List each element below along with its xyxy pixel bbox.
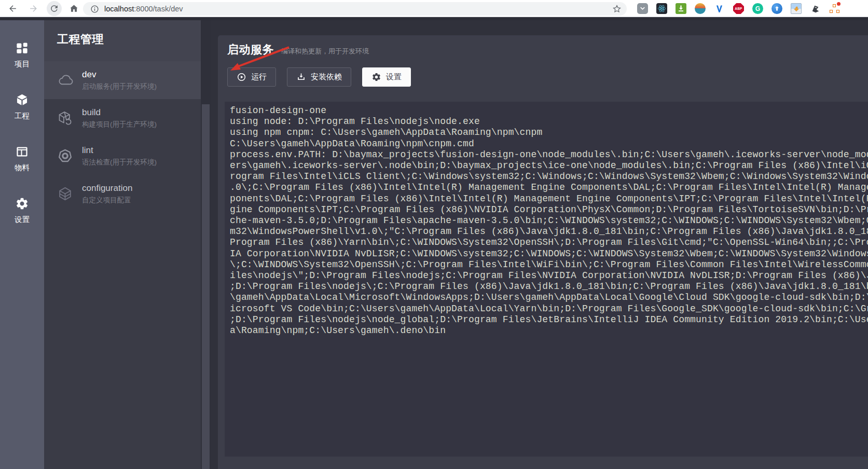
terminal-line: \;C:\WINDOWS\System32\OpenSSH\;C:\Progra… bbox=[230, 259, 868, 270]
terminal-line: che-maven-3.5.0;D:\Program Files\apache-… bbox=[230, 215, 868, 226]
scrollbar-thumb[interactable] bbox=[202, 104, 210, 469]
sidebar-title: 工程管理 bbox=[57, 32, 104, 47]
page-title: 启动服务 bbox=[227, 42, 274, 58]
sidebar-item-build[interactable]: build 构建项目(用于生产环境) bbox=[44, 99, 201, 137]
web-clipper-extension-icon[interactable] bbox=[810, 3, 821, 14]
page-info-icon[interactable] bbox=[90, 5, 99, 13]
install-deps-button[interactable]: 安装依赖 bbox=[287, 67, 351, 87]
grammarly-label: G bbox=[755, 5, 760, 12]
task-panel: 启动服务 编译和热更新，用于开发环境 运行 安装依赖 设置 bbox=[218, 35, 868, 469]
abp-label: ABP bbox=[735, 7, 742, 10]
grid-icon bbox=[15, 41, 29, 55]
build-sync-icon bbox=[56, 109, 74, 127]
page-top-divider bbox=[0, 17, 868, 20]
pocket-extension-icon[interactable] bbox=[637, 3, 648, 14]
gear-icon bbox=[371, 72, 381, 82]
video-downloader-extension-icon[interactable] bbox=[676, 3, 686, 14]
terminal-line: ;D:\Program Files\nodejs\;C:\Program Fil… bbox=[230, 281, 868, 292]
main-area: 启动服务 编译和热更新，用于开发环境 运行 安装依赖 设置 bbox=[211, 17, 868, 469]
page-subtitle: 编译和热更新，用于开发环境 bbox=[281, 47, 369, 56]
react-devtools-extension-icon[interactable] bbox=[656, 3, 667, 14]
layout-icon bbox=[15, 145, 29, 159]
button-label: 设置 bbox=[386, 72, 402, 82]
refresh-button[interactable] bbox=[47, 1, 62, 16]
terminal-line: ers\gameh\.iceworks-server\.node\bin;D:\… bbox=[230, 160, 868, 171]
sidebar-header: 工程管理 bbox=[44, 17, 201, 61]
terminal-line: iles\nodejs\";D:\Program Files\nodejs;C:… bbox=[230, 270, 868, 281]
nav-rail: 项目 工程 物料 设置 bbox=[0, 17, 44, 469]
task-desc: 构建项目(用于生产环境) bbox=[82, 120, 157, 129]
terminal-line: .0\;C:\Program Files (x86)\Intel\Intel(R… bbox=[230, 182, 868, 193]
sitemap-node bbox=[830, 10, 833, 13]
run-button[interactable]: 运行 bbox=[227, 67, 276, 87]
task-desc: 启动服务(用于开发环境) bbox=[82, 82, 157, 91]
terminal-line: using node: D:\Program Files\nodejs\node… bbox=[230, 116, 868, 127]
terminal-line: ;D:\Program Files\nodejs\node_global;D:\… bbox=[230, 314, 868, 325]
adblock-plus-extension-icon[interactable]: ABP bbox=[733, 3, 744, 14]
rail-label: 设置 bbox=[15, 215, 30, 225]
sitemap-extension-icon[interactable] bbox=[829, 3, 840, 14]
terminal-line: fusion-design-one bbox=[230, 105, 868, 116]
url-bar[interactable]: localhost:8000/task/dev bbox=[83, 2, 627, 16]
forward-button[interactable] bbox=[26, 1, 41, 16]
terminal-line: Program Files (x86)\Yarn\bin\;C:\WINDOWS… bbox=[230, 237, 868, 248]
sidebar-item-dev[interactable]: dev 启动服务(用于开发环境) bbox=[44, 61, 201, 99]
uploader-extension-icon[interactable] bbox=[771, 3, 782, 14]
terminal-line: a\Roaming\npm;C:\Users\gameh\.deno\bin bbox=[230, 325, 868, 336]
rail-label: 工程 bbox=[15, 111, 30, 121]
gear-icon bbox=[15, 197, 29, 211]
image-downloader-extension-icon[interactable] bbox=[791, 3, 802, 14]
task-sidebar: 工程管理 dev 启动服务(用于开发环境) build 构建项目(用于生产环境)… bbox=[44, 17, 201, 469]
panel-header: 启动服务 编译和热更新，用于开发环境 bbox=[227, 42, 369, 58]
cloud-icon bbox=[56, 72, 74, 89]
back-button[interactable] bbox=[5, 1, 20, 16]
task-name: lint bbox=[82, 145, 157, 156]
download-icon bbox=[296, 72, 306, 82]
button-label: 安装依赖 bbox=[311, 72, 342, 82]
sitemap-badge bbox=[837, 2, 841, 6]
terminal-line: IA Corporation\NVIDIA NvDLISR;C:\WINDOWS… bbox=[230, 249, 868, 259]
task-desc: 语法检查(用于开发环境) bbox=[82, 158, 157, 167]
terminal-line: process.env.PATH: D:\baymax_projects\fus… bbox=[230, 149, 868, 160]
bookmark-star-icon[interactable] bbox=[612, 4, 622, 13]
task-name: dev bbox=[82, 70, 157, 80]
rail-item-materials[interactable]: 物料 bbox=[0, 145, 44, 175]
rail-item-engineering[interactable]: 工程 bbox=[0, 93, 44, 123]
cube-icon bbox=[15, 93, 29, 107]
terminal-line: ponents\DAL;C:\Program Files (x86)\Intel… bbox=[230, 194, 868, 204]
sidebar-item-configuration[interactable]: configuration 自定义项目配置 bbox=[44, 175, 201, 213]
button-label: 运行 bbox=[251, 72, 267, 82]
terminal-line: rogram Files\Intel\iCLS Client\;C:\Windo… bbox=[230, 171, 868, 182]
wire-cube-icon bbox=[56, 185, 74, 203]
sitemap-node bbox=[833, 4, 836, 7]
extensions-bar: ABP G bbox=[637, 3, 840, 14]
task-name: configuration bbox=[82, 183, 132, 194]
terminal-line: C:\Users\gameh\AppData\Roaming\npm\cnpm.… bbox=[230, 139, 868, 149]
rail-item-project[interactable]: 项目 bbox=[0, 41, 44, 71]
terminal-line: \gameh\AppData\Local\Microsoft\WindowsAp… bbox=[230, 292, 868, 303]
vimium-extension-icon[interactable] bbox=[714, 3, 725, 14]
browser-toolbar: localhost:8000/task/dev ABP G bbox=[0, 0, 868, 17]
task-name: build bbox=[82, 107, 157, 118]
terminal-line: using npm cnpm: C:\Users\gameh\AppData\R… bbox=[230, 127, 868, 138]
home-button[interactable] bbox=[66, 1, 81, 16]
grammarly-extension-icon[interactable]: G bbox=[752, 3, 763, 14]
dictionary-bowl-extension-icon[interactable] bbox=[695, 3, 706, 14]
sidebar-item-lint[interactable]: lint 语法检查(用于开发环境) bbox=[44, 137, 201, 175]
rail-label: 物料 bbox=[15, 163, 30, 173]
sitemap-node bbox=[836, 10, 839, 13]
settings-button[interactable]: 设置 bbox=[362, 67, 411, 87]
action-buttons: 运行 安装依赖 设置 bbox=[227, 67, 411, 87]
url-text: localhost:8000/task/dev bbox=[104, 5, 183, 13]
sidebar-scrollbar[interactable] bbox=[201, 17, 211, 469]
terminal-line: m32\WindowsPowerShell\v1.0\;"C:\Program … bbox=[230, 226, 868, 237]
terminal-line: gine Components\IPT;C:\Program Files (x8… bbox=[230, 204, 868, 215]
task-desc: 自定义项目配置 bbox=[82, 196, 132, 205]
rail-label: 项目 bbox=[15, 59, 30, 69]
nut-icon bbox=[56, 147, 74, 165]
play-icon bbox=[237, 72, 246, 82]
rail-item-settings[interactable]: 设置 bbox=[0, 197, 44, 227]
terminal-line: icrosoft VS Code\bin;C:\Users\gameh\AppD… bbox=[230, 304, 868, 314]
terminal-output[interactable]: fusion-design-one using node: D:\Program… bbox=[225, 102, 868, 457]
